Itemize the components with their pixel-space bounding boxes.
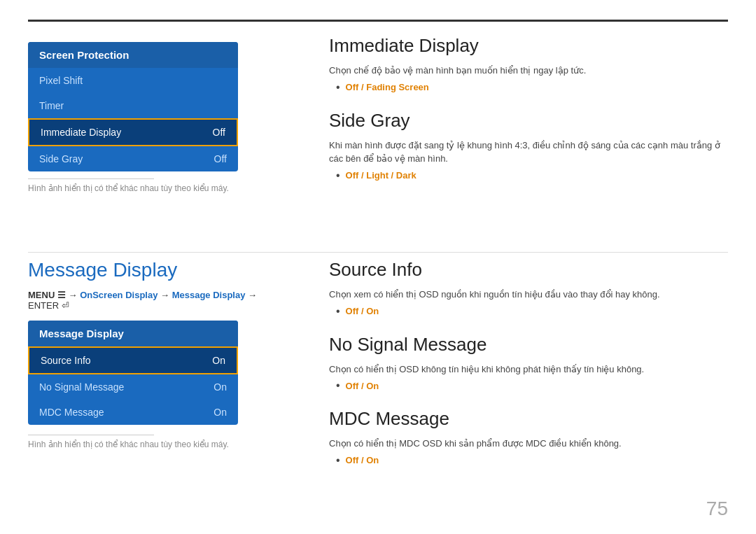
no-signal-options-text: Off / On	[346, 381, 379, 391]
mdc-message-value: On	[214, 407, 227, 418]
top-bar	[28, 20, 728, 22]
menu-item-pixel-shift[interactable]: Pixel Shift	[28, 68, 238, 93]
pixel-shift-label: Pixel Shift	[39, 75, 83, 86]
side-gray-options: • Off / Light / Dark	[336, 170, 728, 181]
mdc-message-desc: Chọn có hiển thị MDC OSD khi sản phẩm đư…	[329, 437, 728, 451]
bullet-dot-5: •	[336, 455, 340, 466]
immediate-display-value: Off	[213, 127, 225, 138]
immediate-display-desc: Chọn chế độ bảo vệ màn hình bạn muốn hiể…	[329, 64, 728, 78]
message-display-panel: Message Display MENU ☰ → OnScreen Displa…	[28, 259, 287, 449]
no-signal-options: • Off / On	[336, 380, 728, 391]
screen-protection-header: Screen Protection	[28, 42, 238, 68]
mdc-message-section: MDC Message Chọn có hiển thị MDC OSD khi…	[329, 408, 728, 466]
mdc-message-options-text: Off / On	[346, 455, 379, 465]
message-display-menu: Message Display Source Info On No Signal…	[28, 321, 238, 425]
bullet-dot-4: •	[336, 380, 340, 391]
menu-item-mdc-message[interactable]: MDC Message On	[28, 400, 238, 425]
mdc-message-options: • Off / On	[336, 455, 728, 466]
side-gray-options-text: Off / Light / Dark	[346, 170, 416, 181]
no-signal-section: No Signal Message Chọn có hiển thị OSD k…	[329, 334, 728, 392]
menu-path-menu: MENU ☰	[28, 290, 66, 300]
bottom-right-content: Source Info Chọn xem có hiển thị OSD ngu…	[329, 259, 728, 483]
screen-protection-menu: Screen Protection Pixel Shift Timer Imme…	[28, 42, 238, 171]
immediate-display-label: Immediate Display	[41, 127, 121, 138]
note-2: Hình ảnh hiển thị có thể khác nhau tùy t…	[28, 440, 287, 449]
mdc-message-title: MDC Message	[329, 408, 728, 430]
side-gray-value: Off	[214, 153, 227, 164]
no-signal-title: No Signal Message	[329, 334, 728, 356]
side-gray-label: Side Gray	[39, 153, 83, 164]
no-signal-label: No Signal Message	[39, 381, 124, 393]
source-info-title: Source Info	[329, 259, 728, 281]
menu-item-no-signal[interactable]: No Signal Message On	[28, 374, 238, 400]
bullet-dot-2: •	[336, 170, 340, 181]
side-gray-title: Side Gray	[329, 110, 728, 132]
source-info-section: Source Info Chọn xem có hiển thị OSD ngu…	[329, 259, 728, 317]
top-section: Screen Protection Pixel Shift Timer Imme…	[28, 35, 728, 252]
bullet-dot-3: •	[336, 306, 340, 317]
immediate-display-section: Immediate Display Chọn chế độ bảo vệ màn…	[329, 35, 728, 93]
separator-1	[28, 178, 154, 179]
no-signal-value: On	[214, 381, 227, 393]
menu-item-immediate-display[interactable]: Immediate Display Off	[28, 118, 238, 146]
timer-label: Timer	[39, 100, 64, 111]
message-display-menu-header: Message Display	[28, 321, 238, 346]
source-info-options: • Off / On	[336, 306, 728, 317]
immediate-display-options-text: Off / Fading Screen	[346, 82, 429, 92]
source-info-options-text: Off / On	[346, 306, 379, 316]
source-info-label: Source Info	[41, 355, 91, 366]
menu-path-arrow2: →	[160, 290, 172, 300]
top-right-content: Immediate Display Chọn chế độ bảo vệ màn…	[329, 35, 728, 198]
menu-item-side-gray[interactable]: Side Gray Off	[28, 146, 238, 171]
bullet-dot-1: •	[336, 82, 340, 93]
h-separator	[28, 252, 728, 253]
menu-path-arrow1: →	[69, 290, 80, 300]
source-info-value: On	[212, 355, 225, 366]
menu-item-source-info[interactable]: Source Info On	[28, 346, 238, 374]
immediate-display-options: • Off / Fading Screen	[336, 82, 728, 93]
message-display-title: Message Display	[28, 259, 287, 281]
no-signal-desc: Chọn có hiển thị OSD không tín hiệu khi …	[329, 363, 728, 377]
page-number: 75	[706, 498, 728, 520]
menu-item-timer[interactable]: Timer	[28, 93, 238, 118]
menu-path: MENU ☰ → OnScreen Display → Message Disp…	[28, 290, 287, 311]
source-info-desc: Chọn xem có hiển thị OSD nguồn khi nguồn…	[329, 288, 728, 302]
separator-2	[28, 435, 154, 435]
note-1: Hình ảnh hiển thị có thể khác nhau tùy t…	[28, 183, 287, 193]
menu-path-message: Message Display	[172, 290, 246, 300]
screen-protection-panel: Screen Protection Pixel Shift Timer Imme…	[28, 42, 287, 193]
immediate-display-title: Immediate Display	[329, 35, 728, 57]
mdc-message-label: MDC Message	[39, 407, 104, 418]
side-gray-section: Side Gray Khi màn hình được đặt sang tỷ …	[329, 110, 728, 181]
side-gray-desc: Khi màn hình được đặt sang tỷ lệ khung h…	[329, 139, 728, 166]
menu-path-onscreen: OnScreen Display	[80, 290, 158, 300]
